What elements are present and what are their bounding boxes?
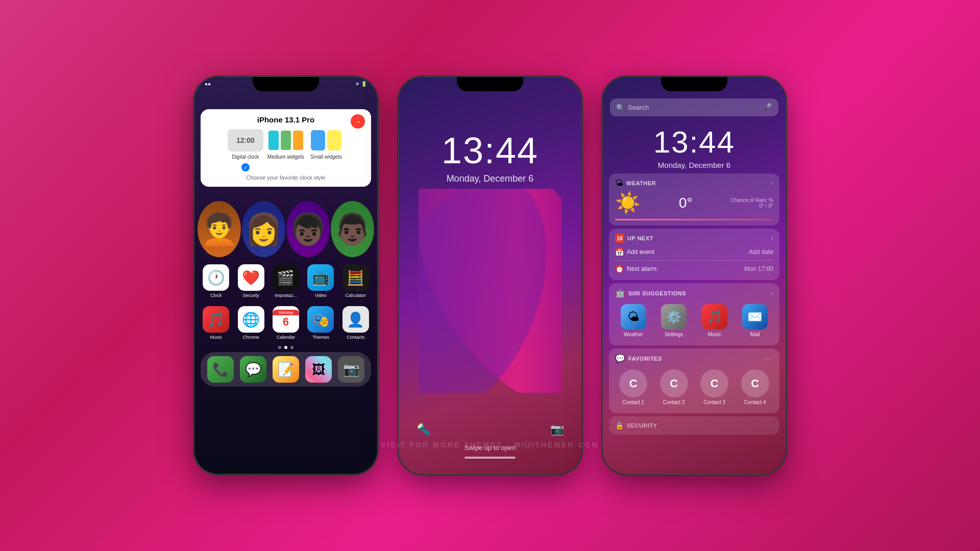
camera-button[interactable]: 📷 [548, 420, 566, 439]
contacts-icon: 👤 [342, 306, 369, 333]
add-event-icon: 📅 [615, 248, 624, 256]
weather-temp: 0° [679, 195, 693, 211]
contact-1-label: Contact 1 [622, 399, 644, 405]
video-label: Video [315, 293, 327, 298]
alarm-time: Mon 17:00 [744, 265, 773, 272]
small-widget-icon [308, 129, 344, 152]
contact-4[interactable]: C Contact 4 [737, 369, 774, 405]
memoji-2: 👩 [242, 201, 285, 257]
bottom-card-title: SECURITY [627, 422, 657, 429]
app-grid-row2: 🎵 Music 🌐 Chrome Monday 6 Calendar [194, 302, 377, 344]
security-label: Security [242, 293, 259, 298]
siri-weather-icon: 🌤 [621, 304, 646, 330]
siri-app-music[interactable]: 🎵 Music [696, 304, 733, 337]
app-grid-row1: 🕐 Clock ❤️ Security 🎬 Impostaz... [194, 260, 377, 302]
notch1 [253, 77, 319, 91]
weather-info: 0° [679, 195, 693, 211]
siri-settings-icon: ⚙️ [661, 304, 687, 330]
dock-phone[interactable]: 📞 [207, 356, 234, 383]
contact-3-avatar: C [700, 369, 728, 397]
phone3-screen[interactable]: 🔍 Search 🎤 13:44 Monday, December 6 🌤 WE… [603, 77, 786, 474]
siri-weather-label: Weather [624, 332, 643, 337]
siri-app-weather[interactable]: 🌤 Weather [615, 304, 652, 337]
contact-3[interactable]: C Contact 3 [696, 369, 733, 405]
alarm-label: Next alarm: [627, 265, 658, 272]
lock-date: Monday, December 6 [442, 173, 538, 184]
music-label: Music [210, 335, 222, 340]
app-security[interactable]: ❤️ Security [235, 264, 266, 298]
app-calculator[interactable]: 🧮 Calculator [340, 264, 371, 298]
calculator-icon: 🧮 [342, 264, 369, 291]
weather-header: 🌤 WEATHER › [615, 179, 773, 188]
widget-date: Monday, December 6 [603, 161, 786, 169]
dot-1 [278, 346, 281, 349]
contact-2-label: Contact 2 [663, 399, 685, 405]
app-music[interactable]: 🎵 Music [201, 306, 231, 340]
app-calendar[interactable]: Monday 6 Calendar [271, 306, 301, 340]
app-chrome[interactable]: 🌐 Chrome [235, 306, 266, 340]
selected-badge: ✓ [241, 163, 250, 171]
bottom-partial-card: 🔒 SECURITY [609, 416, 779, 435]
calendar-icon: Monday 6 [273, 306, 299, 333]
contact-2-avatar: C [660, 369, 688, 397]
chrome-icon: 🌐 [238, 306, 264, 333]
clock-label: Clock [210, 293, 222, 298]
clock-icon: 🕐 [203, 264, 229, 291]
search-left: 🔍 Search [616, 104, 649, 112]
upnext-chevron[interactable]: › [771, 235, 773, 242]
dock-messages[interactable]: 💬 [240, 356, 266, 383]
weather-card: 🌤 WEATHER › ☀️ 0° Chance of Rain: % 0° /… [609, 173, 779, 226]
calculator-label: Calculator [346, 293, 366, 298]
add-event-row[interactable]: 📅 Add event Add date [615, 246, 773, 258]
favorites-card: 💬 FAVORITES ··· C Contact 1 C Contact 2 … [609, 348, 779, 413]
app-themes[interactable]: 🎭 Themes [305, 306, 336, 340]
app-video[interactable]: 📺 Video [305, 264, 336, 298]
contact-1[interactable]: C Contact 1 [615, 369, 652, 405]
weather-content: ☀️ 0° Chance of Rain: % 0° / 0° [615, 191, 773, 215]
app-impostaz[interactable]: 🎬 Impostaz... [271, 264, 301, 298]
dock: 📞 💬 📝 🖼 📷 [201, 352, 371, 387]
siri-app-mail[interactable]: ✉️ Mail [737, 304, 774, 337]
security-icon: ❤️ [238, 264, 264, 291]
weather-details: Chance of Rain: % 0° / 0° [731, 197, 773, 209]
weather-chevron[interactable]: › [771, 180, 773, 187]
search-bar[interactable]: 🔍 Search 🎤 [610, 98, 778, 116]
impostaz-label: Impostaz... [275, 293, 297, 298]
dock-photos[interactable]: 🖼 [305, 356, 332, 383]
widget-option-medium[interactable]: Medium widgets [267, 129, 304, 171]
favorites-icon: 💬 [615, 354, 625, 363]
dock-notes[interactable]: 📝 [273, 356, 299, 383]
notch2 [457, 77, 523, 91]
siri-mail-icon: ✉️ [742, 304, 768, 330]
upnext-card: 10 UP NEXT › 📅 Add event Add date ⏰ Next… [609, 229, 779, 280]
airplane-icon: ✈ [355, 81, 359, 87]
contact-2[interactable]: C Contact 2 [656, 369, 693, 405]
favorites-more[interactable]: ··· [764, 354, 773, 363]
mic-icon[interactable]: 🎤 [762, 103, 772, 112]
app-clock[interactable]: 🕐 Clock [201, 264, 231, 298]
alarm-left: ⏰ Next alarm: [615, 265, 658, 273]
widget-option-digital[interactable]: 12:00 Digital clock ✓ [228, 129, 263, 171]
siri-app-settings[interactable]: ⚙️ Settings [656, 304, 693, 337]
dock-camera[interactable]: 📷 [338, 356, 364, 383]
widget-option-small[interactable]: Small widgets [308, 129, 344, 171]
contact-4-label: Contact 4 [744, 399, 766, 405]
music-icon: 🎵 [203, 306, 229, 333]
widget-arrow[interactable]: → [351, 114, 365, 129]
siri-settings-label: Settings [665, 332, 683, 337]
app-contacts[interactable]: 👤 Contacts [340, 306, 371, 340]
themes-icon: 🎭 [307, 306, 334, 333]
chrome-label: Chrome [243, 335, 259, 340]
siri-chevron[interactable]: › [771, 290, 773, 297]
swipe-text: Swipe up to open [464, 444, 516, 452]
temp-range: 0° / 0° [731, 203, 773, 209]
add-event-left: 📅 Add event [615, 248, 654, 256]
calendar-label: Calendar [277, 335, 296, 340]
contact-1-avatar: C [619, 369, 647, 397]
flashlight-button[interactable]: 🔦 [414, 420, 432, 439]
favorites-title-row: 💬 FAVORITES [615, 354, 662, 363]
dot-2 [284, 346, 287, 349]
memoji-4: 👨🏿 [331, 201, 374, 257]
lock-actions: 🔦 📷 [399, 420, 581, 439]
status-icons-1: ✈ 🔋 [355, 81, 367, 87]
